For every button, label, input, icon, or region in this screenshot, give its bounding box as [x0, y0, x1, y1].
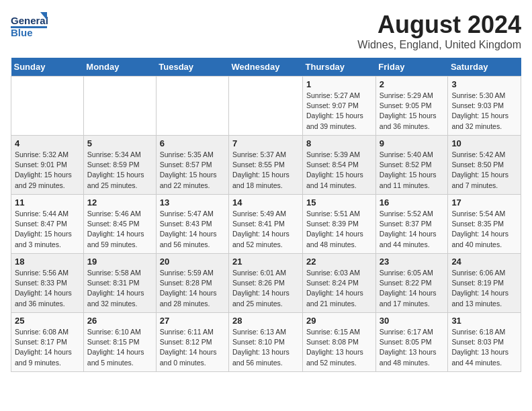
day-info: Sunrise: 5:40 AM Sunset: 8:52 PM Dayligh…	[380, 150, 445, 191]
day-number: 20	[160, 257, 225, 267]
header-cell-sunday: Sunday	[11, 58, 84, 77]
day-number: 21	[232, 257, 299, 267]
day-info: Sunrise: 5:30 AM Sunset: 9:03 PM Dayligh…	[451, 91, 517, 132]
day-cell	[83, 77, 156, 136]
day-info: Sunrise: 6:11 AM Sunset: 8:12 PM Dayligh…	[160, 327, 225, 368]
header: General Blue August 2024 Widnes, England…	[11, 11, 521, 51]
week-row-3: 11Sunrise: 5:44 AM Sunset: 8:47 PM Dayli…	[11, 195, 521, 254]
day-info: Sunrise: 5:39 AM Sunset: 8:54 PM Dayligh…	[306, 150, 372, 191]
week-row-2: 4Sunrise: 5:32 AM Sunset: 9:01 PM Daylig…	[11, 136, 521, 195]
day-number: 17	[451, 197, 517, 208]
day-cell: 6Sunrise: 5:35 AM Sunset: 8:57 PM Daylig…	[156, 136, 228, 195]
day-info: Sunrise: 5:59 AM Sunset: 8:28 PM Dayligh…	[160, 268, 225, 309]
day-info: Sunrise: 5:29 AM Sunset: 9:05 PM Dayligh…	[380, 91, 445, 132]
day-cell: 2Sunrise: 5:29 AM Sunset: 9:05 PM Daylig…	[375, 77, 448, 136]
svg-text:General: General	[11, 15, 48, 26]
day-cell	[156, 77, 228, 136]
calendar-title: August 2024	[357, 11, 521, 39]
day-cell: 13Sunrise: 5:47 AM Sunset: 8:43 PM Dayli…	[156, 195, 228, 254]
day-number: 22	[306, 257, 372, 267]
day-cell: 17Sunrise: 5:54 AM Sunset: 8:35 PM Dayli…	[448, 195, 521, 254]
day-cell: 25Sunrise: 6:08 AM Sunset: 8:17 PM Dayli…	[11, 313, 84, 372]
day-number: 1	[306, 79, 372, 89]
day-info: Sunrise: 6:15 AM Sunset: 8:08 PM Dayligh…	[306, 327, 372, 368]
day-info: Sunrise: 6:08 AM Sunset: 8:17 PM Dayligh…	[15, 327, 80, 368]
day-info: Sunrise: 6:17 AM Sunset: 8:05 PM Dayligh…	[380, 327, 445, 368]
day-info: Sunrise: 6:05 AM Sunset: 8:22 PM Dayligh…	[380, 268, 445, 309]
week-row-1: 1Sunrise: 5:27 AM Sunset: 9:07 PM Daylig…	[11, 77, 521, 136]
day-cell: 8Sunrise: 5:39 AM Sunset: 8:54 PM Daylig…	[303, 136, 376, 195]
day-number: 23	[380, 257, 445, 267]
day-info: Sunrise: 5:56 AM Sunset: 8:33 PM Dayligh…	[15, 268, 80, 309]
logo: General Blue	[11, 11, 50, 39]
day-cell: 5Sunrise: 5:34 AM Sunset: 8:59 PM Daylig…	[83, 136, 156, 195]
day-number: 14	[232, 197, 299, 208]
day-number: 3	[451, 79, 517, 89]
day-info: Sunrise: 5:51 AM Sunset: 8:39 PM Dayligh…	[306, 209, 372, 250]
day-cell: 9Sunrise: 5:40 AM Sunset: 8:52 PM Daylig…	[375, 136, 448, 195]
day-cell: 14Sunrise: 5:49 AM Sunset: 8:41 PM Dayli…	[229, 195, 303, 254]
calendar-header: SundayMondayTuesdayWednesdayThursdayFrid…	[11, 58, 521, 77]
day-info: Sunrise: 5:49 AM Sunset: 8:41 PM Dayligh…	[232, 209, 299, 250]
day-info: Sunrise: 6:01 AM Sunset: 8:26 PM Dayligh…	[232, 268, 299, 309]
day-number: 19	[87, 257, 152, 267]
header-cell-monday: Monday	[83, 58, 156, 77]
day-number: 31	[451, 316, 517, 326]
day-number: 18	[15, 257, 80, 267]
day-number: 28	[232, 316, 299, 326]
day-number: 6	[160, 138, 225, 148]
day-info: Sunrise: 5:58 AM Sunset: 8:31 PM Dayligh…	[87, 268, 152, 309]
day-cell: 27Sunrise: 6:11 AM Sunset: 8:12 PM Dayli…	[156, 313, 228, 372]
day-info: Sunrise: 6:13 AM Sunset: 8:10 PM Dayligh…	[232, 327, 299, 368]
day-info: Sunrise: 5:46 AM Sunset: 8:45 PM Dayligh…	[87, 209, 152, 250]
week-row-4: 18Sunrise: 5:56 AM Sunset: 8:33 PM Dayli…	[11, 254, 521, 313]
day-number: 5	[87, 138, 152, 148]
calendar-body: 1Sunrise: 5:27 AM Sunset: 9:07 PM Daylig…	[11, 77, 521, 372]
day-cell: 30Sunrise: 6:17 AM Sunset: 8:05 PM Dayli…	[375, 313, 448, 372]
header-row: SundayMondayTuesdayWednesdayThursdayFrid…	[11, 58, 521, 77]
day-number: 2	[380, 79, 445, 89]
day-cell: 24Sunrise: 6:06 AM Sunset: 8:19 PM Dayli…	[448, 254, 521, 313]
header-cell-friday: Friday	[375, 58, 448, 77]
calendar-table: SundayMondayTuesdayWednesdayThursdayFrid…	[11, 58, 521, 372]
day-info: Sunrise: 5:44 AM Sunset: 8:47 PM Dayligh…	[15, 209, 80, 250]
day-cell: 28Sunrise: 6:13 AM Sunset: 8:10 PM Dayli…	[229, 313, 303, 372]
day-cell: 10Sunrise: 5:42 AM Sunset: 8:50 PM Dayli…	[448, 136, 521, 195]
day-cell: 29Sunrise: 6:15 AM Sunset: 8:08 PM Dayli…	[303, 313, 376, 372]
day-number: 24	[451, 257, 517, 267]
day-cell: 3Sunrise: 5:30 AM Sunset: 9:03 PM Daylig…	[448, 77, 521, 136]
day-number: 11	[15, 197, 80, 208]
day-cell: 20Sunrise: 5:59 AM Sunset: 8:28 PM Dayli…	[156, 254, 228, 313]
day-cell: 1Sunrise: 5:27 AM Sunset: 9:07 PM Daylig…	[303, 77, 376, 136]
day-cell: 23Sunrise: 6:05 AM Sunset: 8:22 PM Dayli…	[375, 254, 448, 313]
day-info: Sunrise: 6:03 AM Sunset: 8:24 PM Dayligh…	[306, 268, 372, 309]
day-info: Sunrise: 6:10 AM Sunset: 8:15 PM Dayligh…	[87, 327, 152, 368]
day-info: Sunrise: 6:06 AM Sunset: 8:19 PM Dayligh…	[451, 268, 517, 309]
logo-icon: General Blue	[11, 11, 50, 39]
day-info: Sunrise: 5:34 AM Sunset: 8:59 PM Dayligh…	[87, 150, 152, 191]
day-number: 7	[232, 138, 299, 148]
header-cell-saturday: Saturday	[448, 58, 521, 77]
day-number: 30	[380, 316, 445, 326]
day-cell: 31Sunrise: 6:18 AM Sunset: 8:03 PM Dayli…	[448, 313, 521, 372]
week-row-5: 25Sunrise: 6:08 AM Sunset: 8:17 PM Dayli…	[11, 313, 521, 372]
day-cell: 21Sunrise: 6:01 AM Sunset: 8:26 PM Dayli…	[229, 254, 303, 313]
day-number: 26	[87, 316, 152, 326]
day-number: 15	[306, 197, 372, 208]
day-cell: 18Sunrise: 5:56 AM Sunset: 8:33 PM Dayli…	[11, 254, 84, 313]
day-cell: 15Sunrise: 5:51 AM Sunset: 8:39 PM Dayli…	[303, 195, 376, 254]
day-number: 27	[160, 316, 225, 326]
day-cell: 12Sunrise: 5:46 AM Sunset: 8:45 PM Dayli…	[83, 195, 156, 254]
day-info: Sunrise: 5:54 AM Sunset: 8:35 PM Dayligh…	[451, 209, 517, 250]
day-info: Sunrise: 5:32 AM Sunset: 9:01 PM Dayligh…	[15, 150, 80, 191]
day-number: 4	[15, 138, 80, 148]
day-number: 8	[306, 138, 372, 148]
day-number: 16	[380, 197, 445, 208]
day-number: 25	[15, 316, 80, 326]
title-area: August 2024 Widnes, England, United King…	[357, 11, 521, 51]
day-cell: 11Sunrise: 5:44 AM Sunset: 8:47 PM Dayli…	[11, 195, 84, 254]
header-cell-wednesday: Wednesday	[229, 58, 303, 77]
calendar-subtitle: Widnes, England, United Kingdom	[357, 39, 521, 51]
day-cell: 26Sunrise: 6:10 AM Sunset: 8:15 PM Dayli…	[83, 313, 156, 372]
day-cell	[11, 77, 84, 136]
